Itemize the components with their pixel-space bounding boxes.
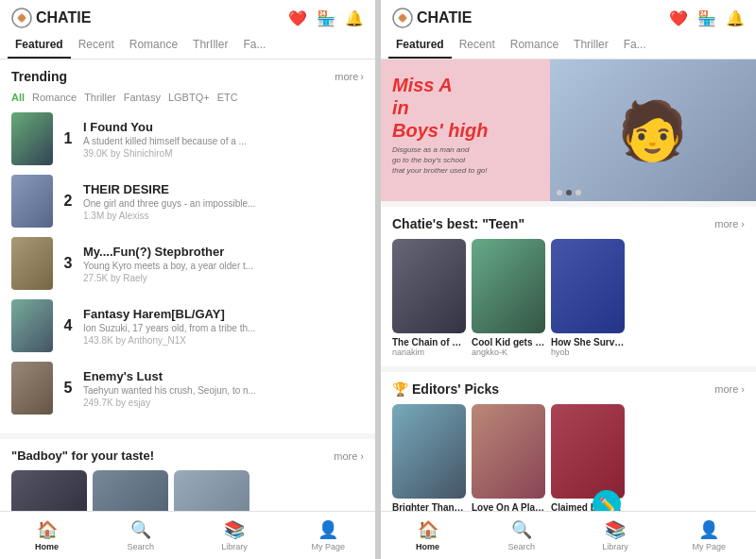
tab-romance-right[interactable]: Romance xyxy=(503,32,566,59)
tab-featured-right[interactable]: Featured xyxy=(388,32,452,59)
book-title-3: How She Survi... xyxy=(551,337,625,347)
mypage-label: My Page xyxy=(312,542,346,551)
logo-right: CHATIE xyxy=(392,8,472,28)
header-icons-right: ❤️ 🏪 🔔 xyxy=(669,9,745,27)
heart-icon[interactable]: ❤️ xyxy=(288,9,307,27)
content-area: Trending more › All Romance Thriller Fan… xyxy=(0,59,375,511)
search-icon: 🔍 xyxy=(130,519,151,540)
tab-romance[interactable]: Romance xyxy=(122,32,185,59)
logo-icon-right xyxy=(392,8,413,28)
library-icon-right: 📚 xyxy=(605,519,626,540)
editor-book-2[interactable]: Love On A Plane kairo_033 xyxy=(472,404,545,511)
trending-item-3[interactable]: 3 My....Fun(?) Stepbrother Young Kyro me… xyxy=(11,237,364,290)
trending-thumb-3 xyxy=(11,237,53,290)
nav-search[interactable]: 🔍 Search xyxy=(94,516,187,555)
mypage-icon-right: 👤 xyxy=(698,519,719,540)
trending-thumb-1 xyxy=(11,112,53,165)
badboy-thumb-3[interactable]: ✏️ xyxy=(174,470,249,511)
search-label: Search xyxy=(128,542,155,551)
bell-icon-right[interactable]: 🔔 xyxy=(726,9,745,27)
tab-featured[interactable]: Featured xyxy=(8,32,71,59)
tab-far[interactable]: Fa... xyxy=(235,32,273,59)
nav-tabs-right: Featured Recent Romance Thriller Fa... xyxy=(381,32,756,59)
store-icon[interactable]: 🏪 xyxy=(317,9,335,27)
rank-4: 4 xyxy=(60,317,76,334)
home-label: Home xyxy=(35,542,59,551)
trending-item-1[interactable]: 1 I Found You A student killed himself b… xyxy=(11,112,364,165)
nav-mypage[interactable]: 👤 My Page xyxy=(282,516,375,555)
store-icon-right[interactable]: 🏪 xyxy=(697,9,716,27)
editor-book-1[interactable]: Brighter Than The... izzy_mayo xyxy=(392,404,466,511)
filter-tags: All Romance Thriller Fantasy LGBTQ+ ETC xyxy=(11,92,364,103)
badboy-thumb-2[interactable] xyxy=(93,470,168,511)
trending-thumb-4 xyxy=(11,299,53,352)
tab-fa-right[interactable]: Fa... xyxy=(616,32,654,59)
desc-2: One girl and three guys - an impossible.… xyxy=(83,198,364,209)
stats-3: 27.5K by Raely xyxy=(83,273,364,283)
desc-3: Young Kyro meets a boy, a year older t..… xyxy=(83,261,364,271)
rank-1: 1 xyxy=(60,130,76,147)
chatie-best-more[interactable]: more › xyxy=(714,218,745,229)
nav-mypage-right[interactable]: 👤 My Page xyxy=(662,516,756,555)
chatie-best-title: Chatie's best: "Teen" xyxy=(392,216,524,231)
trending-title: Trending xyxy=(11,69,67,84)
dot-2 xyxy=(566,190,572,195)
tab-recent[interactable]: Recent xyxy=(71,32,122,59)
trending-item-2[interactable]: 2 THEIR DESIRE One girl and three guys -… xyxy=(11,175,364,228)
bell-icon[interactable]: 🔔 xyxy=(345,9,364,27)
trending-info-4: Fantasy Harem[BL/GAY] Ion Suzuki, 17 yea… xyxy=(83,307,364,346)
left-phone: CHATIE ❤️ 🏪 🔔 Featured Recent Romance Th… xyxy=(0,0,375,559)
nav-tabs: Featured Recent Romance ThrIller Fa... xyxy=(0,32,375,59)
library-label-right: Library xyxy=(602,542,628,551)
book-thumb-1 xyxy=(392,239,466,333)
trending-more[interactable]: more › xyxy=(335,71,364,82)
trending-info-3: My....Fun(?) Stepbrother Young Kyro meet… xyxy=(83,245,364,283)
trending-info-1: I Found You A student killed himself bec… xyxy=(83,120,364,159)
nav-home-right[interactable]: 🏠 Home xyxy=(381,516,474,555)
filter-thriller[interactable]: Thriller xyxy=(84,92,116,103)
nav-library[interactable]: 📚 Library xyxy=(188,516,282,555)
filter-lgbtq[interactable]: LGBTQ+ xyxy=(168,92,210,103)
book-card-3[interactable]: How She Survi... hyob xyxy=(551,239,625,357)
hero-banner[interactable]: Miss A in Boys' high Disguise as a man a… xyxy=(381,59,756,201)
filter-all[interactable]: All xyxy=(11,92,25,103)
rank-3: 3 xyxy=(60,255,76,272)
filter-fantasy[interactable]: Fantasy xyxy=(124,92,161,103)
book-thumb-3 xyxy=(551,239,625,333)
trending-thumb-2 xyxy=(11,175,53,228)
editor-title-1: Brighter Than The... xyxy=(392,502,466,511)
home-icon-right: 🏠 xyxy=(418,519,438,540)
book-thumb-2 xyxy=(472,239,545,333)
trending-info-5: Enemy's Lust Taehyun wanted his crush, S… xyxy=(83,369,364,408)
trending-header: Trending more › xyxy=(11,69,364,84)
tab-thriller-right[interactable]: Thriller xyxy=(566,32,616,59)
trending-info-2: THEIR DESIRE One girl and three guys - a… xyxy=(83,182,364,221)
trending-section: Trending more › All Romance Thriller Fan… xyxy=(0,59,375,433)
logo: CHATIE xyxy=(11,8,91,28)
badboy-thumb-1[interactable] xyxy=(11,470,87,511)
filter-romance[interactable]: Romance xyxy=(32,92,77,103)
book-card-1[interactable]: The Chain of Obs... nanakim xyxy=(392,239,466,357)
book-title-1: The Chain of Obs... xyxy=(392,337,466,347)
heart-icon-right[interactable]: ❤️ xyxy=(669,9,688,27)
filter-etc[interactable]: ETC xyxy=(217,92,238,103)
content-area-right: Miss A in Boys' high Disguise as a man a… xyxy=(381,59,756,511)
nav-library-right[interactable]: 📚 Library xyxy=(569,516,662,555)
tab-thriller[interactable]: ThrIller xyxy=(185,32,235,59)
editor-book-3[interactable]: ✏️ Claimed by a W... ACIEE xyxy=(551,404,625,511)
nav-search-right[interactable]: 🔍 Search xyxy=(474,516,568,555)
tab-recent-right[interactable]: Recent xyxy=(452,32,503,59)
editors-more[interactable]: more › xyxy=(714,383,745,395)
badboy-more[interactable]: more › xyxy=(334,450,364,462)
edit-fab[interactable]: ✏️ xyxy=(593,490,621,499)
editor-thumb-1 xyxy=(392,404,466,499)
trending-item-4[interactable]: 4 Fantasy Harem[BL/GAY] Ion Suzuki, 17 y… xyxy=(11,299,364,352)
hero-person: 🧑 xyxy=(617,97,688,164)
trending-item-5[interactable]: 5 Enemy's Lust Taehyun wanted his crush,… xyxy=(11,362,364,415)
app-name: CHATIE xyxy=(36,9,91,26)
home-icon: 🏠 xyxy=(37,519,58,540)
hero-subtitle: Disguise as a man andgo to the boy's sch… xyxy=(392,144,488,177)
nav-home[interactable]: 🏠 Home xyxy=(0,516,94,555)
book-card-2[interactable]: Cool Kid gets Bull... angkko-K xyxy=(472,239,545,357)
stats-2: 1.3M by Alexiss xyxy=(83,211,364,221)
